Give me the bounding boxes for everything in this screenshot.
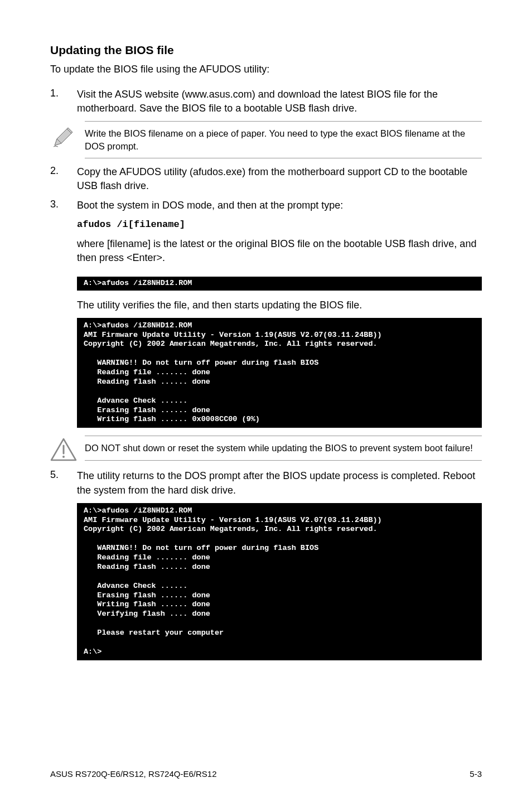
step-text: where [filename] is the latest or the or… — [77, 237, 482, 265]
step-3b: The utility verifies the file, and then … — [50, 298, 482, 312]
step-number: 3. — [50, 199, 77, 270]
step-text: Boot the system in DOS mode, and then at… — [77, 199, 482, 212]
terminal-output-3: A:\>afudos /iZ8NHD12.ROM AMI Firmware Up… — [77, 503, 482, 660]
step-2: 2. Copy the AFUDOS utility (afudos.exe) … — [50, 165, 482, 193]
section-heading: Updating the BIOS file — [50, 44, 482, 57]
step-number — [50, 298, 77, 312]
step-body: Copy the AFUDOS utility (afudos.exe) fro… — [77, 165, 482, 193]
intro-text: To update the BIOS file using the AFUDOS… — [50, 64, 482, 75]
step-body: The utility returns to the DOS prompt af… — [77, 469, 482, 497]
inline-code: afudos /i[filename] — [77, 218, 482, 231]
footer-page-number: 5-3 — [470, 769, 482, 779]
warning-icon — [50, 436, 85, 462]
step-3: 3. Boot the system in DOS mode, and then… — [50, 199, 482, 270]
svg-point-1 — [62, 456, 65, 458]
step-1: 1. Visit the ASUS website (www.asus.com)… — [50, 88, 482, 115]
step-body: Visit the ASUS website (www.asus.com) an… — [77, 88, 482, 115]
step-5: 5. The utility returns to the DOS prompt… — [50, 469, 482, 497]
footer-product: ASUS RS720Q-E6/RS12, RS724Q-E6/RS12 — [50, 769, 216, 779]
warning-text: DO NOT shut down or reset the system whi… — [85, 436, 482, 460]
step-body: Boot the system in DOS mode, and then at… — [77, 199, 482, 270]
step-number: 2. — [50, 165, 77, 193]
pencil-note-icon — [50, 121, 85, 150]
terminal-output-2: A:\>afudos /iZ8NHD12.ROM AMI Firmware Up… — [77, 318, 482, 428]
note-block-2: DO NOT shut down or reset the system whi… — [50, 436, 482, 462]
page-footer: ASUS RS720Q-E6/RS12, RS724Q-E6/RS12 5-3 — [50, 769, 482, 779]
note-block-1: Write the BIOS filename on a piece of pa… — [50, 121, 482, 158]
step-body: The utility verifies the file, and then … — [77, 298, 482, 312]
note-text: Write the BIOS filename on a piece of pa… — [85, 121, 482, 158]
step-number: 1. — [50, 88, 77, 115]
terminal-output-1: A:\>afudos /iZ8NHD12.ROM — [77, 277, 482, 291]
step-number: 5. — [50, 469, 77, 497]
